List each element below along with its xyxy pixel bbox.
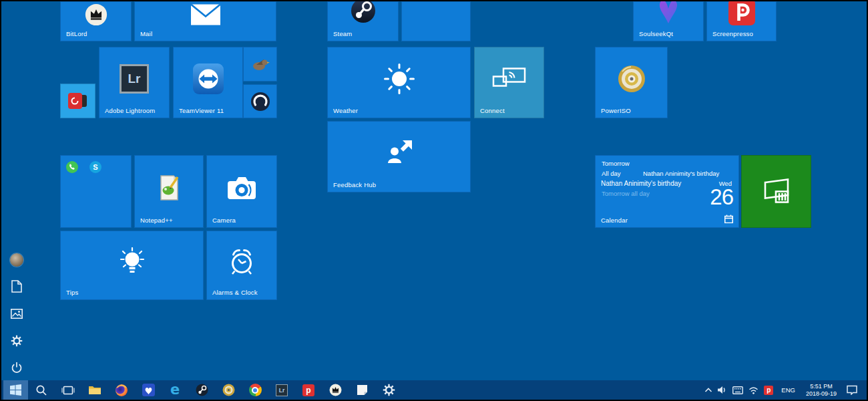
- screenpresso-tray-text: p: [767, 387, 771, 394]
- bitlord-crown-icon: [329, 384, 342, 396]
- action-center-icon: [847, 385, 857, 395]
- note-page-icon: [357, 384, 368, 396]
- sparrow-icon: [250, 55, 270, 73]
- gear-icon: [11, 335, 23, 347]
- screenpresso-icon: [728, 1, 755, 25]
- tile-soulseekqt[interactable]: SoulseekQt: [633, 1, 704, 41]
- network-button[interactable]: [746, 380, 761, 400]
- calendar-event-title: Nathan Aninimity's birthday: [643, 170, 719, 177]
- lightroom-icon-text: Lr: [279, 387, 285, 394]
- taskbar: e Lr p: [1, 380, 867, 400]
- poweriso-disc-icon: [222, 384, 235, 396]
- chrome-icon: [249, 384, 262, 396]
- calendar-header: Tomorrow: [602, 160, 630, 167]
- tile-steam[interactable]: Steam: [327, 1, 399, 41]
- soulseek-bird-icon: [655, 1, 682, 27]
- settings-button[interactable]: [5, 329, 29, 353]
- taskbar-clock[interactable]: 5:51 PM 2018-09-19: [801, 383, 842, 397]
- tile-camera-label: Camera: [212, 217, 236, 224]
- tile-steam-label: Steam: [333, 30, 352, 37]
- firefox-button[interactable]: [108, 380, 135, 400]
- screenpresso-taskbar-button[interactable]: p: [295, 380, 322, 400]
- document-icon: [11, 280, 22, 293]
- tile-feedback-hub[interactable]: Feedback Hub: [327, 121, 471, 192]
- screenpresso-icon-text: p: [306, 386, 310, 394]
- steam-icon: [196, 384, 208, 396]
- tile-notepadpp[interactable]: Notepad++: [134, 155, 204, 228]
- notes-app-button[interactable]: [349, 380, 375, 400]
- skype-icon-text: S: [93, 163, 97, 171]
- bitlord-taskbar-button[interactable]: [322, 380, 349, 400]
- tile-alarms-label: Alarms & Clock: [212, 289, 258, 296]
- screenpresso-tray-button[interactable]: p: [761, 380, 776, 400]
- tile-teamviewer[interactable]: TeamViewer 11: [173, 47, 243, 118]
- skype-icon: S: [89, 161, 101, 173]
- tile-mail[interactable]: Mail: [134, 1, 276, 41]
- screenpresso-icon: p: [302, 384, 314, 396]
- tile-adobe-lightroom[interactable]: Lr Adobe Lightroom: [99, 47, 170, 118]
- tile-connect-label: Connect: [480, 107, 505, 114]
- poweriso-taskbar-button[interactable]: [215, 380, 242, 400]
- red-app-icon: [68, 92, 88, 110]
- tile-teamviewer-label: TeamViewer 11: [179, 107, 224, 114]
- tile-weather-label: Weather: [333, 107, 358, 114]
- lightroom-icon: Lr: [120, 64, 149, 94]
- calendar-glyph-icon: [724, 215, 733, 223]
- start-button[interactable]: [3, 380, 28, 400]
- dark-circle-arc-icon: [250, 91, 271, 112]
- pictures-button[interactable]: [5, 301, 29, 325]
- tile-bitlord[interactable]: BitLord: [60, 1, 132, 41]
- alarm-clock-icon: [226, 247, 257, 277]
- teamviewer-icon: [193, 63, 224, 94]
- tile-screenpresso[interactable]: Screenpresso: [706, 1, 777, 41]
- chrome-button[interactable]: [242, 380, 268, 400]
- calendar-event-repeat: Nathan Aninimity's birthday: [601, 180, 681, 187]
- volume-button[interactable]: [714, 380, 730, 400]
- tile-vpn-app[interactable]: [243, 84, 277, 118]
- tile-connect[interactable]: Connect: [474, 47, 544, 118]
- lightroom-icon: Lr: [276, 384, 288, 396]
- power-icon: [11, 362, 23, 374]
- windows-logo-icon: [10, 384, 21, 396]
- tile-tips[interactable]: Tips: [60, 231, 204, 300]
- file-explorer-button[interactable]: [81, 380, 108, 400]
- tile-screenpresso-label: Screenpresso: [712, 30, 753, 37]
- task-view-button[interactable]: [55, 380, 81, 400]
- gear-icon: [383, 384, 395, 396]
- tile-blank[interactable]: [401, 1, 471, 41]
- calendar-allday-label: All day: [602, 170, 621, 177]
- tile-alarms-clock[interactable]: Alarms & Clock: [206, 231, 277, 300]
- steam-taskbar-button[interactable]: [188, 380, 215, 400]
- action-center-button[interactable]: [842, 380, 862, 400]
- sun-icon: [383, 63, 415, 95]
- tile-feedback-label: Feedback Hub: [333, 181, 376, 188]
- soulseek-taskbar-button[interactable]: [135, 380, 162, 400]
- tile-bird-game[interactable]: [243, 47, 277, 82]
- settings-taskbar-button[interactable]: [375, 380, 402, 400]
- start-rail: [1, 1, 33, 380]
- bitlord-crown-icon: [85, 3, 107, 26]
- taskbar-search-button[interactable]: [28, 380, 55, 400]
- power-button[interactable]: [5, 356, 29, 380]
- tile-poweriso[interactable]: PowerISO: [595, 47, 668, 118]
- user-avatar: [10, 253, 23, 267]
- language-indicator[interactable]: ENG: [776, 386, 801, 394]
- documents-button[interactable]: [5, 274, 29, 298]
- tile-movies-tv[interactable]: [741, 155, 811, 228]
- edge-button[interactable]: e: [162, 380, 188, 400]
- tile-bitlord-label: BitLord: [66, 30, 87, 37]
- movies-tv-icon: [759, 178, 794, 206]
- tile-red-app[interactable]: [60, 84, 95, 118]
- tile-calendar[interactable]: Tomorrow All day Nathan Aninimity's birt…: [595, 155, 739, 228]
- lightroom-taskbar-button[interactable]: Lr: [268, 380, 295, 400]
- screenshot-frame: BitLord Mail Lr Adobe Lightroom TeamView…: [0, 0, 868, 401]
- tile-folder-messaging[interactable]: S: [60, 155, 132, 228]
- cast-screens-icon: [492, 68, 527, 90]
- touch-keyboard-button[interactable]: [730, 380, 746, 400]
- tile-camera[interactable]: Camera: [206, 155, 277, 228]
- tray-overflow-button[interactable]: [702, 380, 714, 400]
- tile-weather[interactable]: Weather: [327, 47, 471, 118]
- steam-icon: [351, 1, 376, 23]
- user-account-button[interactable]: [5, 248, 29, 272]
- tray-time: 5:51 PM: [806, 383, 837, 390]
